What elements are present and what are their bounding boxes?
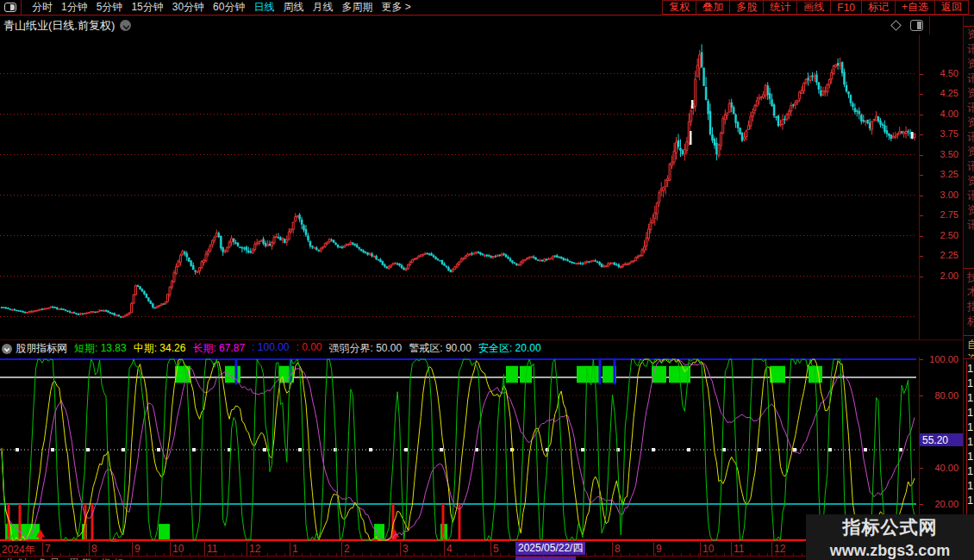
price-axis-tick <box>920 196 923 196</box>
period-tab[interactable]: 月线 <box>312 0 333 15</box>
candlestick-chart[interactable] <box>0 34 919 339</box>
indicator-param: : 100.00 <box>252 341 289 356</box>
indicator-header: 股朋指标网 短期: 13.83中期: 34.26长期: 67.87: 100.0… <box>0 341 919 356</box>
month-tick <box>444 542 445 556</box>
bottom-strip-highlight <box>515 557 576 560</box>
price-axis-tick <box>920 155 923 156</box>
app-window: 分时1分钟5分钟15分钟30分钟60分钟日线周线月线多周期更多 > 复权叠加多股… <box>0 0 974 560</box>
indicator-param: 强弱分界: 50.00 <box>329 341 403 356</box>
period-tabs: 分时1分钟5分钟15分钟30分钟60分钟日线周线月线多周期更多 > <box>22 0 411 15</box>
month-label: 8 <box>615 543 621 555</box>
price-axis: 4.504.254.003.753.503.253.002.752.502.25… <box>919 34 963 339</box>
indicator-param: : 0.00 <box>296 341 322 356</box>
period-tab[interactable]: 1分钟 <box>61 0 88 15</box>
price-axis-label: 3.00 <box>940 190 958 200</box>
layout-icon-glyph <box>4 3 16 12</box>
month-tick <box>731 542 732 556</box>
indicator-value-badge: 55.20 <box>920 433 964 446</box>
price-axis-tick <box>920 74 923 75</box>
month-tick <box>612 542 613 556</box>
period-tab[interactable]: 更多 > <box>381 0 410 15</box>
price-axis-tick <box>920 256 923 257</box>
price-axis-tick <box>920 277 923 277</box>
indicator-param: 安全区: 20.00 <box>478 341 541 356</box>
month-tick <box>400 542 401 556</box>
indicator-axis-label: 20.00 <box>934 499 958 509</box>
right-sidebar-inner-border <box>966 361 967 521</box>
period-tab[interactable]: 15分钟 <box>131 0 163 15</box>
price-axis-label: 2.25 <box>940 250 958 260</box>
toolbar: 分时1分钟5分钟15分钟30分钟60分钟日线周线月线多周期更多 > 复权叠加多股… <box>0 0 974 16</box>
month-tick <box>170 542 171 556</box>
month-label: 3 <box>403 543 409 555</box>
month-tick <box>132 542 133 556</box>
indicator-param: 长期: 67.87 <box>192 341 245 356</box>
price-axis-tick <box>920 236 923 237</box>
month-tick <box>341 542 342 556</box>
toolbar-button[interactable]: 叠加 <box>696 0 729 15</box>
watermark-url: www.zbgs3.com <box>830 542 950 560</box>
right-sidebar-label[interactable]: 1111111111 <box>964 361 974 521</box>
period-tab[interactable]: 5分钟 <box>97 0 123 15</box>
price-axis-label: 3.75 <box>940 128 958 139</box>
date-year-label: 2024年 <box>2 543 35 557</box>
indicator-axis: 100.0080.0040.0020.0055.20 <box>919 357 963 541</box>
watermark: 指标公式网 www.zbgs3.com <box>806 514 974 560</box>
month-tick <box>42 542 43 556</box>
indicator-axis-label: 100.00 <box>929 354 958 364</box>
month-tick <box>653 542 654 556</box>
period-tab[interactable]: 30分钟 <box>172 0 204 15</box>
period-tab[interactable]: 分时 <box>32 0 53 15</box>
indicator-collapse-icon[interactable] <box>2 344 12 354</box>
title-bar: 青山纸业(日线.前复权) <box>0 16 963 34</box>
price-axis-tick <box>920 134 923 135</box>
price-axis-label: 3.25 <box>940 169 958 179</box>
month-tick <box>490 542 491 556</box>
period-tab[interactable]: 多周期 <box>341 0 372 15</box>
month-label: 9 <box>134 543 140 555</box>
indicator-axis-label: 80.00 <box>934 390 958 401</box>
indicator-axis-tick <box>920 359 923 360</box>
period-tab[interactable]: 周线 <box>283 0 303 15</box>
right-sidebar[interactable]: 资讯资讯资讯资讯资讯资讯资讯技术指标自选1111111111 <box>963 16 974 560</box>
indicator-axis-tick <box>920 395 923 396</box>
panel-toggle-icon[interactable] <box>910 20 923 31</box>
toolbar-button[interactable]: 多股 <box>729 0 763 15</box>
right-sidebar-divider <box>964 335 974 336</box>
indicator-chart[interactable] <box>0 357 919 541</box>
price-axis-label: 2.75 <box>940 209 958 220</box>
month-label: 11 <box>734 543 744 555</box>
title-dropdown-icon[interactable] <box>120 20 131 31</box>
title-divider <box>929 16 930 34</box>
cursor-date-badge: 2025/05/22/四 <box>515 542 585 555</box>
toolbar-button[interactable]: 标记 <box>861 0 895 15</box>
toolbar-button[interactable]: 画线 <box>796 0 830 15</box>
price-axis-label: 4.50 <box>940 68 958 78</box>
month-label: 12 <box>774 543 785 555</box>
layout-icon[interactable] <box>0 0 22 15</box>
bottom-strip-text: 分时 多日 周期 指标 <box>5 557 127 560</box>
right-sidebar-divider <box>964 26 974 27</box>
toolbar-button[interactable]: 复权 <box>662 0 696 15</box>
period-tab[interactable]: 日线 <box>253 0 274 15</box>
period-tab[interactable]: 60分钟 <box>213 0 245 15</box>
toolbar-button[interactable]: +自选 <box>895 0 934 15</box>
month-label: 7 <box>45 543 51 555</box>
toolbar-button[interactable]: 统计 <box>763 0 796 15</box>
diamond-icon[interactable] <box>890 20 902 31</box>
month-tick <box>247 542 247 556</box>
month-label: 12 <box>249 543 260 555</box>
pane-separator <box>0 339 963 340</box>
month-tick <box>204 542 205 556</box>
price-axis-tick <box>920 215 923 216</box>
right-sidebar-divider <box>964 358 974 359</box>
right-sidebar-label[interactable]: 自选 <box>964 337 974 358</box>
indicator-axis-tick <box>920 504 923 505</box>
toolbar-button[interactable]: F10 <box>830 0 861 15</box>
right-sidebar-divider <box>964 268 974 269</box>
toolbar-button[interactable]: 返回 <box>934 0 969 15</box>
price-axis-tick <box>920 115 923 115</box>
right-sidebar-label[interactable]: 资讯资讯资讯资讯资讯资讯资讯 <box>964 27 974 268</box>
month-label: 2 <box>344 543 350 555</box>
right-sidebar-label[interactable]: 技术指标 <box>964 270 974 335</box>
